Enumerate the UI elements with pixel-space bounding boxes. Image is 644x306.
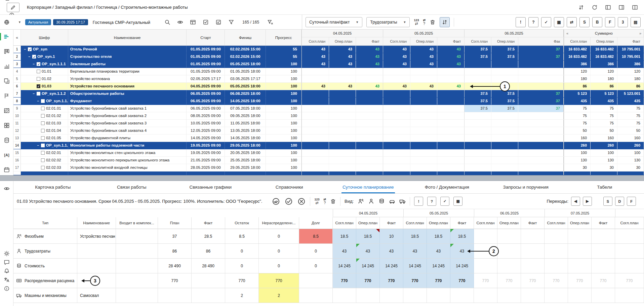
transfer-period-icon[interactable]: ⇄ (567, 17, 577, 27)
table-row[interactable]: 8−OP_syn.1.1.2Фундамент06.05.2025 09:001… (13, 98, 301, 105)
resource-row[interactable]: Стоимость28 49028 49000014 24514 24514 2… (13, 259, 644, 273)
row-checkbox[interactable] (41, 121, 45, 125)
grid-row[interactable]: 37.537.537757575 (302, 105, 644, 112)
table-row[interactable]: 1502.02.01Устройство монолитных стен цок… (13, 149, 301, 157)
copy-view-icon[interactable] (4, 78, 10, 84)
table-row[interactable]: 7−OP_syn.1.1.2Общестроительные работы06.… (13, 90, 301, 98)
calendar-3-icon[interactable]: 3 (618, 17, 628, 27)
row-checkbox[interactable] (41, 107, 45, 110)
table-row[interactable]: 501.02Устройство котлована02.05.2025 17:… (13, 75, 301, 83)
renumber-icon[interactable]: 123⇄ (314, 198, 319, 205)
horizontal-splitter[interactable] (0, 175, 644, 181)
table-row[interactable]: 14−OP_syn.1.1.2Монолитные работы подземн… (13, 142, 301, 149)
table-row[interactable]: 2−OP_syn.1Строительство отеля01.05.2025 … (13, 53, 301, 61)
notifications-icon[interactable] (4, 268, 10, 274)
collapse-panel-icon[interactable]: « (16, 35, 18, 40)
comments-icon[interactable] (4, 259, 10, 265)
grid-row[interactable]: 37.537.537435435435 (302, 98, 644, 105)
tab-запросы-и-поручения[interactable]: Запросы и поручения (486, 181, 565, 193)
collapse-row-icon[interactable]: − (32, 90, 35, 97)
row-checkbox[interactable] (41, 158, 45, 162)
row-checkbox[interactable] (41, 99, 45, 103)
table-row[interactable]: 1202.01.04Устройство буронабивных свай з… (13, 127, 301, 135)
table-row[interactable]: 601.03Устройство песчаного основания04.0… (13, 83, 301, 90)
home-icon[interactable] (4, 0, 10, 1)
row-checkbox[interactable] (32, 55, 36, 59)
table-row[interactable]: 1302.01.05Устройство фундаментной плиты1… (13, 135, 301, 142)
view-mode-select[interactable]: Суточный план/факт▼ (306, 17, 362, 27)
row-checkbox[interactable] (41, 136, 45, 140)
row-checkbox[interactable] (37, 84, 40, 88)
shift-d-icon[interactable]: D (615, 197, 624, 206)
matrix-icon[interactable]: ▤ (631, 17, 641, 27)
calendar-f-icon[interactable]: F (605, 17, 615, 27)
table-row[interactable]: 401.01Вертикальная планировка территории… (13, 68, 301, 75)
version-dropdown-caret[interactable]: ▼ (18, 21, 21, 24)
help-box-icon[interactable]: ? (427, 197, 436, 206)
alert-box-icon[interactable]: ! (414, 197, 423, 206)
row-checkbox[interactable] (28, 47, 32, 51)
panel-split-icon[interactable] (632, 4, 638, 10)
grid-box-icon[interactable]: ▦ (453, 197, 462, 206)
period-grid-icon[interactable]: ▦ (554, 17, 564, 27)
row-checkbox[interactable] (41, 166, 45, 169)
calendar-view-icon[interactable] (4, 167, 10, 173)
reject-icon[interactable] (297, 197, 306, 206)
annotation-view-icon[interactable]: [A] (3, 152, 10, 158)
alert-calendar-icon[interactable]: ! (516, 17, 526, 27)
row-checkbox[interactable] (37, 92, 40, 95)
resource-row[interactable]: ФизобъемУстройство песчан3728.58.508.518… (13, 229, 644, 244)
delete-icon[interactable] (330, 198, 336, 204)
panel-left-icon[interactable] (605, 4, 611, 10)
row-checkbox[interactable] (41, 151, 45, 155)
row-checkbox[interactable] (37, 62, 40, 66)
table-row[interactable]: 902.01.01Устройство буронабивных свай за… (13, 105, 301, 112)
table-row[interactable]: 1602.02.02Устройство монолитного перекры… (13, 157, 301, 164)
machines-icon[interactable] (399, 198, 406, 204)
prev-period-icon[interactable]: ◀ (571, 197, 580, 206)
approved-calendar-icon[interactable]: ✓ (541, 17, 551, 27)
histogram-view-icon[interactable] (4, 63, 10, 69)
panel-right-icon[interactable] (618, 4, 625, 10)
info-icon[interactable] (4, 285, 10, 292)
gantt-view-icon[interactable] (4, 34, 10, 40)
requery-icon[interactable]: ⇄? (323, 198, 326, 205)
milestones-view-icon[interactable] (4, 93, 10, 99)
globe-icon[interactable] (4, 19, 10, 25)
cost-icon[interactable] (378, 198, 385, 204)
delete-icon[interactable] (430, 19, 436, 25)
grid-row[interactable]: 434343434343386386386 (302, 61, 644, 68)
grid-row[interactable] (302, 171, 644, 175)
row-checkbox[interactable] (37, 70, 40, 73)
approve-icon[interactable] (284, 197, 293, 206)
modules-view-icon[interactable] (4, 122, 10, 128)
confirm-box-icon[interactable]: ✓ (440, 197, 449, 206)
grid-row[interactable]: 505050 (302, 127, 644, 135)
grid-row[interactable]: 260260260 (302, 142, 644, 149)
check-tasks-alt-icon[interactable] (215, 19, 222, 25)
visibility-icon[interactable] (177, 19, 183, 25)
table-row[interactable]: 1102.01.03Устройство буронабивных свай з… (13, 120, 301, 127)
renumber-icon[interactable]: 123⇄ (414, 19, 419, 26)
grid-row[interactable]: 43434343434337.537.53716 833.48216 833.4… (302, 53, 644, 61)
grid-row[interactable]: 180180180 (302, 75, 644, 83)
help-calendar-icon[interactable]: ? (528, 17, 538, 27)
approve-all-icon[interactable] (272, 197, 280, 206)
data-view-icon[interactable] (4, 137, 10, 143)
next-page-icon[interactable]: » (639, 31, 641, 35)
table-row[interactable]: 3−OP_syn.1.1.1Земляные работы01.05.2025 … (13, 61, 301, 68)
grid-row[interactable]: 303030 (302, 164, 644, 171)
hatch-view-icon[interactable] (4, 108, 10, 114)
tab-фото-документация[interactable]: Фото / Документация (408, 181, 487, 193)
row-checkbox[interactable] (41, 114, 45, 118)
resource-row[interactable]: Распределенная расценка77077077077077077… (13, 273, 644, 288)
language-icon[interactable] (4, 277, 10, 283)
leveling-pressed-icon[interactable] (440, 17, 450, 27)
kanban-view-icon[interactable] (4, 48, 10, 54)
table-settings-icon[interactable] (190, 19, 196, 25)
collapse-row-icon[interactable]: − (37, 142, 40, 149)
collapse-row-icon[interactable]: − (28, 53, 31, 60)
watch-icon[interactable] (4, 186, 10, 192)
metric-select[interactable]: Трудозатраты▼ (366, 17, 410, 27)
tab-карточка-работы[interactable]: Карточка работы (13, 181, 92, 193)
